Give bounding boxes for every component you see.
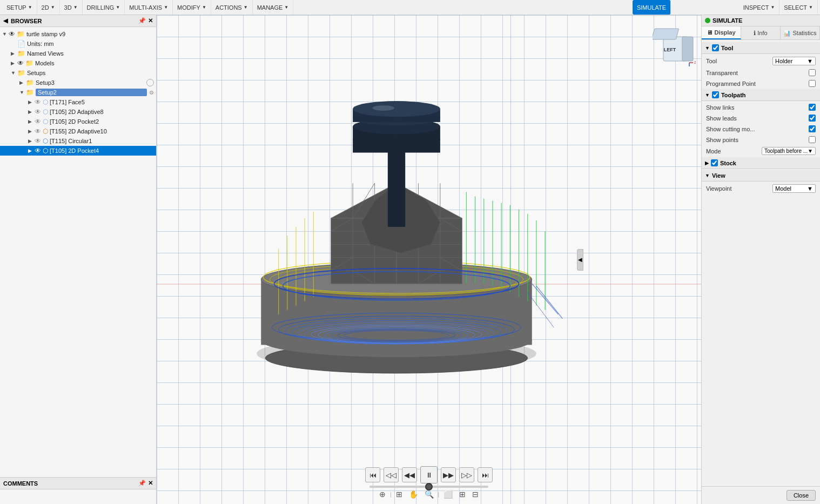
comments-close-icon[interactable]: ✕ xyxy=(148,480,153,487)
folder-icon: 📁 xyxy=(17,30,25,38)
tree-op-adaptive8[interactable]: ▶ 👁 ⬡ [T105] 2D Adaptive8 xyxy=(0,107,156,117)
view-cube[interactable]: LEFT Z xyxy=(653,26,696,69)
show-leads-checkbox[interactable] xyxy=(809,115,816,122)
grid-icon[interactable]: ⊞ xyxy=(457,489,468,500)
model-container xyxy=(200,37,593,461)
toolpath-section-header[interactable]: ▼ Toolpath xyxy=(702,89,820,101)
toolbar-2d[interactable]: 2D ▼ xyxy=(37,0,60,15)
right-panel-collapse[interactable]: ◀ xyxy=(577,249,583,271)
simulate-header: SIMULATE xyxy=(702,15,820,26)
toolbar-actions[interactable]: ACTIONS ▼ xyxy=(211,0,253,15)
setup3-expand[interactable]: ▶ xyxy=(19,80,26,85)
mode-dropdown[interactable]: Toolpath before ... ▼ xyxy=(762,147,816,155)
programmed-point-checkbox[interactable] xyxy=(809,80,816,87)
tab-statistics[interactable]: 📊 Statistics xyxy=(781,26,820,39)
tab-display[interactable]: 🖥 Display xyxy=(702,26,741,39)
op3-icon: ⬡ xyxy=(43,118,48,125)
toolbar-modify[interactable]: MODIFY ▼ xyxy=(173,0,211,15)
tree-models[interactable]: ▶ 👁 📁 Models xyxy=(0,58,156,68)
info-tab-icon: ℹ xyxy=(754,30,756,37)
tab-info[interactable]: ℹ Info xyxy=(741,26,781,39)
browser-close-icon[interactable]: ✕ xyxy=(148,17,153,24)
setups-expand[interactable]: ▼ xyxy=(11,70,17,76)
toolbar-setup[interactable]: SETUP ▼ xyxy=(2,0,37,15)
browser-header: ◀ BROWSER 📌 ✕ xyxy=(0,15,156,27)
playback-prev[interactable]: ◀◀ xyxy=(402,467,417,482)
playback-next[interactable]: ▶▶ xyxy=(441,467,456,482)
settings-icon[interactable]: ⊟ xyxy=(470,489,481,500)
browser-back-icon[interactable]: ◀ xyxy=(3,17,8,24)
eye-op6-icon: 👁 xyxy=(35,147,41,154)
toolbar-simulate[interactable]: SIMULATE xyxy=(633,0,671,15)
close-row: Close xyxy=(702,486,820,504)
close-button[interactable]: Close xyxy=(787,490,816,501)
show-points-checkbox[interactable] xyxy=(809,136,816,143)
tree-setup3[interactable]: ▶ 📁 Setup3 xyxy=(0,78,156,88)
stock-section-chevron: ▶ xyxy=(705,160,709,166)
transparent-checkbox[interactable] xyxy=(809,69,816,76)
models-expand[interactable]: ▶ xyxy=(11,61,17,66)
tree-named-views[interactable]: ▶ 📁 Named Views xyxy=(0,49,156,58)
tree-op-pocket4[interactable]: ▶ 👁 ⬡ [T105] 2D Pocket4 xyxy=(0,146,156,156)
progress-track[interactable] xyxy=(369,486,488,488)
tree-op-adaptive10[interactable]: ▶ 👁 ⬡ [T155] 2D Adaptive10 xyxy=(0,126,156,136)
tree-root[interactable]: ▼ 👁 📁 turtle stamp v9 xyxy=(0,29,156,39)
fit-view-icon[interactable]: ⊞ xyxy=(394,489,405,500)
toolbar-select[interactable]: SELECT ▼ xyxy=(779,0,818,15)
mode-dropdown-arrow: ▼ xyxy=(808,148,813,154)
display-mode-icon[interactable]: ⬜ xyxy=(441,489,455,500)
tool-type-dropdown[interactable]: Holder ▼ xyxy=(772,57,816,65)
playback-end[interactable]: ⏭ xyxy=(478,467,493,482)
toolbar-3d[interactable]: 3D ▼ xyxy=(60,0,83,15)
named-views-expand[interactable]: ▶ xyxy=(11,51,17,56)
tree-setup2[interactable]: ▼ 📁 Setup2 ⚙ xyxy=(0,88,156,97)
setup2-gear-icon[interactable]: ⚙ xyxy=(149,90,154,96)
viewport[interactable]: ⏮ ◁◁ ◀◀ ⏸ ▶▶ ▷▷ ⏭ ⊕ | ⊞ ✋ 🔍 | ⬜ ⊞ ⊟ xyxy=(157,15,701,504)
tree-op-face5[interactable]: ▶ 👁 ⬡ [T171] Face5 xyxy=(0,97,156,107)
toolpath-section-checkbox[interactable] xyxy=(712,91,719,98)
tree-setups[interactable]: ▼ 📁 Setups xyxy=(0,68,156,78)
toolbar-multiaxis[interactable]: MULTI-AXIS ▼ xyxy=(125,0,173,15)
svg-line-66 xyxy=(536,286,563,319)
stats-tab-icon: 📊 xyxy=(783,30,791,37)
show-links-checkbox[interactable] xyxy=(809,104,816,111)
playback-pause[interactable]: ⏸ xyxy=(420,466,438,483)
zoom-icon[interactable]: 🔍 xyxy=(422,489,436,500)
playback-prev-fast[interactable]: ◁◁ xyxy=(384,467,399,482)
folder-setups-icon: 📁 xyxy=(17,69,25,77)
toolbar-drilling[interactable]: DRILLING ▼ xyxy=(83,0,125,15)
toolbar-manage[interactable]: MANAGE ▼ xyxy=(253,0,294,15)
svg-text:Z: Z xyxy=(694,61,696,64)
eye-op4-icon: 👁 xyxy=(35,127,41,135)
manage-arrow: ▼ xyxy=(284,5,288,10)
playback-next-fast[interactable]: ▷▷ xyxy=(459,467,474,482)
svg-rect-69 xyxy=(653,29,679,39)
stock-section-checkbox[interactable] xyxy=(711,159,718,166)
eye-op5-icon: 👁 xyxy=(35,137,41,145)
root-expand[interactable]: ▼ xyxy=(2,31,9,37)
setup2-expand[interactable]: ▼ xyxy=(19,90,26,95)
toolbar-inspect[interactable]: INSPECT ▼ xyxy=(739,0,780,15)
prop-show-leads: Show leads xyxy=(702,113,820,124)
playback-start[interactable]: ⏮ xyxy=(365,467,380,482)
browser-pin-icon[interactable]: 📌 xyxy=(138,17,146,24)
op4-icon: ⬡ xyxy=(43,127,48,135)
comments-pin-icon[interactable]: 📌 xyxy=(138,480,146,487)
modify-arrow: ▼ xyxy=(202,5,206,10)
tree-op-pocket2[interactable]: ▶ 👁 ⬡ [T105] 2D Pocket2 xyxy=(0,117,156,126)
inspect-arrow: ▼ xyxy=(770,5,775,10)
tool-section-header[interactable]: ▼ Tool xyxy=(702,42,820,54)
view-section-header[interactable]: ▼ View xyxy=(702,170,820,182)
tree-units: 📄 Units: mm xyxy=(0,39,156,49)
folder-models-icon: 📁 xyxy=(25,59,33,67)
scene-svg xyxy=(200,37,593,461)
pan-icon[interactable]: ✋ xyxy=(407,489,420,500)
tool-section-checkbox[interactable] xyxy=(712,44,719,51)
cursor-icon[interactable]: ⊕ xyxy=(377,489,388,500)
tree-op-circular1[interactable]: ▶ 👁 ⬡ [T115] Circular1 xyxy=(0,136,156,146)
show-cutting-checkbox[interactable] xyxy=(809,125,816,132)
folder-setup2-icon: 📁 xyxy=(26,89,34,96)
stock-section-header[interactable]: ▶ Stock xyxy=(702,157,820,169)
viewpoint-dropdown[interactable]: Model ▼ xyxy=(772,184,816,193)
prop-show-points: Show points xyxy=(702,135,820,145)
